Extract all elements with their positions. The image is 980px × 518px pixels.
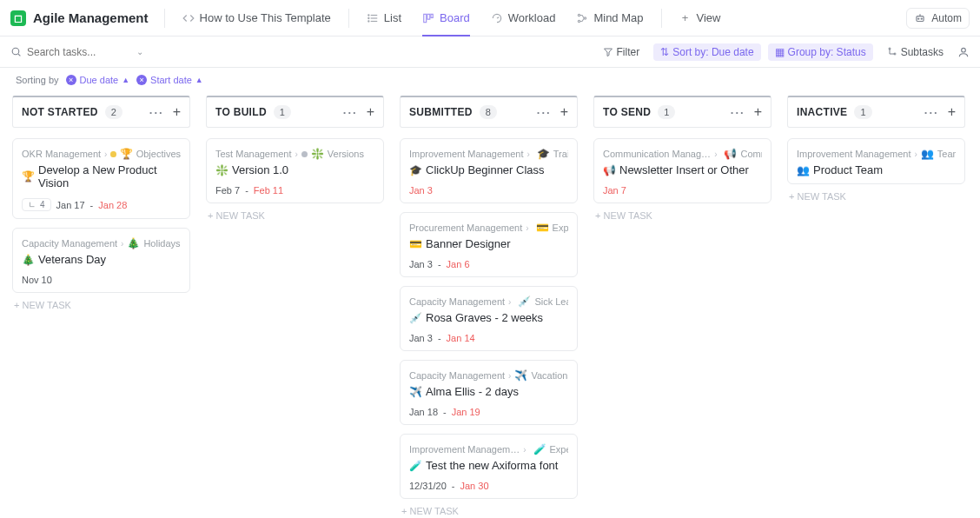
column-menu-icon[interactable]: ···: [343, 106, 358, 119]
crumb-parent: Communication Manag…: [603, 149, 711, 159]
date-due: Feb 11: [254, 185, 283, 196]
date-sep: -: [452, 481, 455, 491]
card-title: 📢 Newsletter Insert or Other: [603, 163, 762, 176]
group-icon: ▦: [775, 46, 785, 58]
tab-label: Mind Map: [593, 11, 643, 24]
new-task-button[interactable]: + NEW TASK: [593, 203, 771, 228]
date-due: Jan 30: [460, 481, 489, 491]
add-card-icon[interactable]: +: [754, 104, 762, 120]
date-start: Jan 18: [409, 407, 438, 417]
sort-pill-due-date[interactable]: × Due date ▲: [66, 75, 130, 85]
date-sep: -: [90, 200, 94, 210]
sort-pill-start-date[interactable]: × Start date ▲: [136, 75, 203, 85]
remove-icon[interactable]: ×: [66, 75, 76, 85]
add-view-button[interactable]: + View: [671, 0, 730, 37]
group-button[interactable]: ▦ Group by: Status: [768, 43, 873, 61]
chevron-right-icon: ›: [295, 149, 297, 159]
crumb-parent: Capacity Management: [22, 238, 117, 249]
subtask-count[interactable]: 4: [22, 198, 51, 211]
column-menu-icon[interactable]: ···: [731, 106, 745, 119]
add-card-icon[interactable]: +: [560, 104, 568, 120]
subtasks-label: Subtasks: [901, 46, 944, 58]
date-sep: -: [443, 407, 447, 417]
column-menu-icon[interactable]: ···: [924, 106, 939, 119]
crumb-icon: 👥: [921, 148, 934, 160]
column-count: 2: [105, 105, 122, 119]
task-card[interactable]: Communication Manag… › 📢 Communica… 📢 Ne…: [593, 138, 771, 203]
tab-how-to-use[interactable]: How to Use This Template: [174, 0, 340, 37]
chevron-down-icon[interactable]: ⌄: [136, 47, 143, 56]
tab-label: Board: [440, 11, 470, 24]
search-input[interactable]: [27, 46, 131, 58]
date-due: Jan 3: [409, 185, 433, 196]
tab-workload[interactable]: Workload: [482, 0, 565, 37]
group-label: Group by: Status: [788, 46, 866, 58]
sort-button[interactable]: ⇅ Sort by: Due date: [653, 43, 760, 61]
new-task-button[interactable]: + NEW TASK: [12, 293, 190, 317]
crumb-parent: Procurement Management: [409, 222, 522, 233]
card-title: ❇️ Version 1.0: [215, 163, 374, 176]
task-card[interactable]: Improvement Managem… › 🧪 Experime… 🧪 Tes…: [400, 434, 578, 499]
title-emoji-icon: 🎓: [409, 164, 422, 176]
task-card[interactable]: Test Management › ❇️ Versions ❇️ Version…: [206, 138, 384, 203]
crumb-sub: Experime…: [550, 444, 568, 455]
task-card[interactable]: Capacity Management › 💉 Sick Leave 💉 Ros…: [400, 286, 578, 351]
column-title: SUBMITTED: [409, 106, 473, 118]
crumb-icon: 🎓: [537, 148, 550, 160]
title-text: Veterans Day: [38, 253, 106, 266]
search-icon: [10, 46, 22, 57]
sort-icon: ⇅: [660, 46, 669, 58]
tab-board[interactable]: Board: [414, 0, 479, 37]
card-meta: 12/31/20-Jan 30: [409, 481, 568, 491]
crumb-sub: Sick Leave: [534, 296, 568, 307]
search-box[interactable]: ⌄: [10, 46, 158, 58]
add-card-icon[interactable]: +: [173, 104, 181, 120]
title-text: Develop a New Product Vision: [38, 163, 181, 189]
top-nav: ◻ Agile Management How to Use This Templ…: [0, 0, 980, 37]
tab-mindmap[interactable]: Mind Map: [567, 0, 652, 37]
toolbar: ⌄ Filter ⇅ Sort by: Due date ▦ Group by:…: [0, 37, 980, 68]
filter-icon: [603, 47, 613, 57]
automations-label: Autom: [931, 12, 962, 24]
title-text: Test the new Axiforma font: [426, 459, 558, 472]
card-title: 💳 Banner Designer: [409, 237, 568, 250]
chevron-right-icon: ›: [714, 149, 717, 159]
automations-button[interactable]: Autom: [906, 8, 970, 29]
title-emoji-icon: 🧪: [409, 460, 422, 472]
card-meta: Jan 7: [603, 185, 762, 196]
arrow-up-icon: ▲: [195, 76, 203, 84]
divider: [164, 9, 165, 28]
app-title: Agile Management: [33, 10, 149, 25]
column-menu-icon[interactable]: ···: [149, 106, 164, 119]
board: NOT STARTED 2 ··· + OKR Management › 🏆 O…: [0, 92, 980, 518]
tab-list[interactable]: List: [358, 0, 410, 37]
title-text: Newsletter Insert or Other: [619, 163, 749, 176]
card-title: 🎓 ClickUp Beginner Class: [409, 163, 568, 176]
subtasks-button[interactable]: Subtasks: [880, 43, 950, 61]
add-card-icon[interactable]: +: [367, 104, 374, 120]
person-icon[interactable]: [957, 46, 970, 58]
title-text: Alma Ellis - 2 days: [426, 385, 519, 398]
svg-line-16: [18, 54, 20, 56]
task-card[interactable]: Capacity Management › ✈️ Vacations ✈️ Al…: [400, 360, 578, 425]
remove-icon[interactable]: ×: [136, 75, 147, 85]
column-menu-icon[interactable]: ···: [537, 106, 552, 119]
breadcrumb: Improvement Managem… › 🧪 Experime…: [409, 443, 568, 455]
task-card[interactable]: OKR Management › 🏆 Objectives 🏆 Develop …: [12, 138, 190, 219]
mindmap-icon: [576, 12, 588, 24]
task-card[interactable]: Procurement Management › 💳 Expenses 💳 Ba…: [400, 212, 578, 277]
breadcrumb: Procurement Management › 💳 Expenses: [409, 222, 568, 234]
crumb-icon: 💳: [536, 222, 549, 234]
crumb-parent: Test Management: [215, 149, 291, 159]
task-card[interactable]: Improvement Management › 🎓 Trainings 🎓 C…: [400, 138, 578, 203]
task-card[interactable]: Improvement Management › 👥 Team Status 👥…: [787, 138, 965, 184]
filter-button[interactable]: Filter: [596, 43, 647, 61]
new-task-button[interactable]: + NEW TASK: [400, 499, 578, 518]
date-sep: -: [438, 259, 441, 269]
crumb-icon: 🎄: [127, 237, 140, 249]
add-card-icon[interactable]: +: [948, 104, 956, 120]
task-card[interactable]: Capacity Management › 🎄 Holidays 🎄 Veter…: [12, 228, 190, 293]
new-task-button[interactable]: + NEW TASK: [787, 184, 965, 209]
crumb-sub: Expenses: [553, 222, 568, 233]
new-task-button[interactable]: + NEW TASK: [206, 203, 384, 228]
